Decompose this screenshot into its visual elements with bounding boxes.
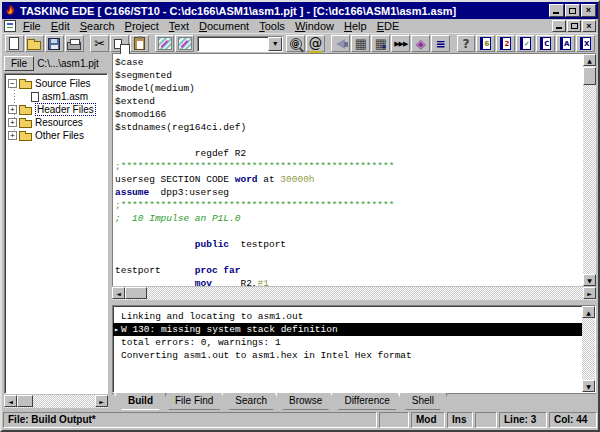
editor-hscrollbar[interactable]: ◄ ► — [112, 287, 596, 300]
open-file-icon — [27, 41, 41, 50]
manual-3-button[interactable]: ✓ — [516, 35, 535, 52]
tab-file-find[interactable]: File Find — [161, 393, 227, 410]
code-line: mov R2,#1 — [115, 277, 583, 286]
manual-a-icon: A — [560, 37, 571, 50]
restore-icon[interactable] — [565, 4, 580, 17]
manual-c-button[interactable]: C — [536, 35, 555, 52]
menu-window[interactable]: Window — [290, 20, 339, 32]
output-line[interactable]: total errors: 0, warnings: 1 — [113, 336, 582, 349]
tree-item-resources[interactable]: +Resources — [8, 116, 107, 129]
marker-tool-1-button[interactable] — [155, 35, 174, 52]
document-icon[interactable] — [4, 20, 16, 32]
save-icon — [48, 38, 60, 50]
find-button[interactable]: @ — [286, 35, 305, 52]
collapse-icon[interactable]: − — [8, 79, 17, 88]
close-icon[interactable]: × — [581, 4, 596, 17]
output-vscrollbar[interactable]: ▲ ▼ — [582, 306, 595, 392]
tree-item-source-files[interactable]: −Source Files — [8, 77, 107, 90]
scroll-down-icon[interactable]: ▼ — [583, 274, 596, 286]
tree-item-asm1-asm[interactable]: asm1.asm — [8, 90, 107, 103]
project-panel: File C:\...\asm1.pjt −Source Filesasm1.a… — [2, 53, 110, 410]
tree-item-other-files[interactable]: +Other Files — [8, 129, 107, 142]
project-tree-hscrollbar[interactable]: ◄ ► — [4, 395, 108, 408]
tab-difference[interactable]: Difference — [330, 393, 403, 410]
scroll-up-icon[interactable]: ▲ — [582, 306, 595, 318]
manual-2-button[interactable]: 2 — [496, 35, 515, 52]
rebuild-all-button[interactable]: ▶▶▶ — [391, 35, 410, 52]
paste-button[interactable] — [130, 35, 149, 52]
expand-icon[interactable]: + — [8, 131, 17, 140]
menu-search[interactable]: Search — [75, 20, 120, 32]
tab-search[interactable]: Search — [221, 393, 281, 410]
cut-button[interactable] — [90, 35, 109, 52]
child-restore-icon[interactable] — [567, 20, 581, 32]
manual-3-icon: ✓ — [520, 37, 531, 50]
manual-a-button[interactable]: A — [556, 35, 575, 52]
help-button[interactable] — [457, 35, 476, 52]
build-output-lines[interactable]: Linking and locating to asm1.outW 130: m… — [113, 306, 582, 392]
menu-document[interactable]: Document — [194, 20, 254, 32]
output-line[interactable]: Converting asm1.out to asm1.hex in Intel… — [113, 349, 582, 362]
code-line: ; 10 Impulse an P1L.0 — [115, 212, 583, 225]
scrollbar-thumb[interactable] — [583, 67, 596, 85]
copy-icon — [114, 39, 122, 49]
build-icon — [375, 36, 387, 51]
scrollbar-thumb[interactable] — [17, 395, 33, 407]
rebuild-all-icon: ▶▶▶ — [394, 40, 407, 48]
save-button[interactable] — [45, 35, 64, 52]
child-minimize-icon[interactable] — [552, 20, 566, 32]
scrollbar-thumb[interactable] — [125, 287, 147, 299]
menu-text[interactable]: Text — [164, 20, 194, 32]
editor-vscrollbar[interactable]: ▲ ▼ — [583, 54, 596, 286]
scroll-right-icon[interactable]: ► — [583, 287, 596, 299]
output-line[interactable]: Linking and locating to asm1.out — [113, 310, 582, 323]
status-file-label: File: Build Output* — [3, 412, 377, 428]
scroll-left-icon[interactable]: ◄ — [112, 287, 125, 299]
manual-1-button[interactable]: 6 — [476, 35, 495, 52]
title-bar: TASKING EDE [ C166/ST10 - C:\dc166\ASM1\… — [2, 2, 598, 19]
output-line-selected[interactable]: W 130: missing system stack definition — [113, 323, 582, 336]
copy-button[interactable] — [110, 35, 129, 52]
menu-tools[interactable]: Tools — [254, 20, 290, 32]
expand-icon[interactable]: + — [8, 105, 17, 114]
manual-c-icon: C — [540, 37, 551, 50]
tab-browse[interactable]: Browse — [275, 393, 336, 410]
compile-button[interactable] — [331, 35, 350, 52]
menu-help[interactable]: Help — [339, 20, 372, 32]
debug-button[interactable] — [411, 35, 430, 52]
menu-ede[interactable]: EDE — [372, 20, 405, 32]
menu-items: FileEditSearchProjectTextDocumentToolsWi… — [18, 20, 404, 32]
open-file-button[interactable] — [25, 35, 44, 52]
menu-project[interactable]: Project — [120, 20, 164, 32]
tab-build[interactable]: Build — [114, 393, 167, 410]
search-combobox[interactable]: ▼ — [197, 36, 283, 52]
print-button[interactable] — [65, 35, 84, 52]
assemble-button[interactable] — [351, 35, 370, 52]
help-icon — [463, 37, 470, 51]
menu-file[interactable]: File — [18, 20, 46, 32]
folder-open-icon — [19, 81, 32, 89]
chevron-down-icon[interactable]: ▼ — [268, 37, 282, 51]
find-icon: @ — [290, 38, 302, 50]
tab-shell[interactable]: Shell — [398, 393, 448, 410]
find-in-files-button[interactable]: @ — [306, 35, 325, 52]
minimize-icon[interactable] — [549, 4, 564, 17]
manual-x-button[interactable]: X — [576, 35, 595, 52]
file-menu-button[interactable]: File — [4, 56, 34, 71]
scroll-right-icon[interactable]: ► — [95, 395, 108, 407]
code-editor[interactable]: $case$segmented$model(medium)$extend$nom… — [113, 54, 583, 286]
scroll-left-icon[interactable]: ◄ — [4, 395, 17, 407]
menu-edit[interactable]: Edit — [46, 20, 75, 32]
project-options-button[interactable] — [431, 35, 450, 52]
child-close-icon[interactable]: × — [582, 20, 596, 32]
build-button[interactable] — [371, 35, 390, 52]
code-line: $extend — [115, 95, 583, 108]
scroll-up-icon[interactable]: ▲ — [583, 54, 596, 66]
expand-icon[interactable]: + — [8, 118, 17, 127]
marker-tool-2-button[interactable] — [175, 35, 194, 52]
code-line — [115, 225, 583, 238]
status-insert-mode: Ins — [447, 412, 473, 428]
scroll-down-icon[interactable]: ▼ — [582, 380, 595, 392]
tree-item-header-files[interactable]: +Header Files — [8, 103, 107, 116]
new-file-button[interactable] — [5, 35, 24, 52]
